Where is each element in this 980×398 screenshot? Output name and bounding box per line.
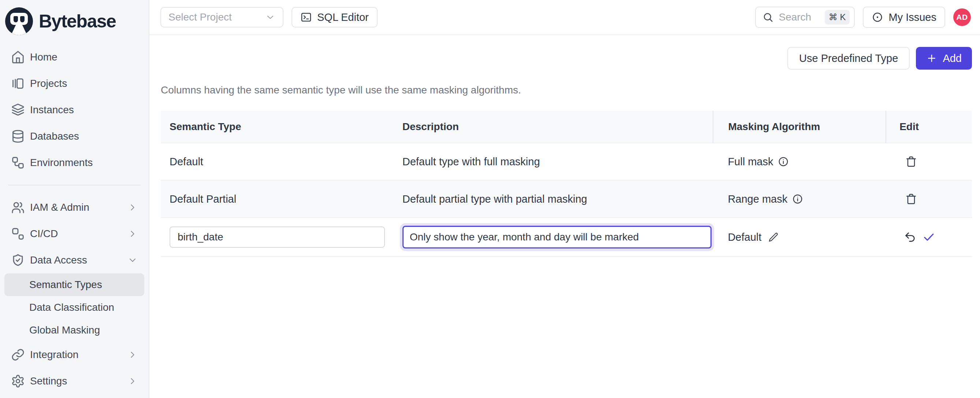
- sidebar-item-label: Data Classification: [29, 302, 114, 313]
- sidebar-item-global-masking[interactable]: Global Masking: [5, 319, 144, 342]
- check-icon[interactable]: [922, 230, 935, 244]
- chevron-right-icon: [127, 229, 138, 239]
- shield-check-icon: [11, 253, 25, 267]
- add-button[interactable]: Add: [916, 47, 972, 70]
- chevron-right-icon: [127, 376, 138, 386]
- sidebar-divider: [8, 185, 141, 185]
- sidebar-item-label: Data Access: [30, 254, 87, 266]
- undo-icon[interactable]: [904, 231, 916, 243]
- chevron-down-icon: [265, 12, 275, 22]
- brand-logo[interactable]: Bytebase: [0, 0, 149, 41]
- table-row: Default Default type with full masking F…: [161, 143, 972, 180]
- edit-cell: [886, 180, 972, 218]
- avatar-initials: AD: [956, 13, 967, 22]
- topbar: Select Project SQL Editor Search ⌘ K: [150, 0, 980, 35]
- sidebar-item-data-classification[interactable]: Data Classification: [5, 296, 144, 319]
- sidebar-item-label: Environments: [30, 157, 93, 169]
- table-row: Default Partial Default partial type wit…: [161, 180, 972, 218]
- sidebar-item-label: Projects: [30, 78, 67, 90]
- description-input[interactable]: [402, 226, 711, 248]
- sidebar-item-databases[interactable]: Databases: [5, 123, 144, 150]
- chevron-down-icon: [127, 255, 138, 265]
- sidebar-item-cicd[interactable]: CI/CD: [5, 221, 144, 247]
- sql-editor-button[interactable]: SQL Editor: [291, 7, 377, 27]
- brand-name: Bytebase: [39, 11, 116, 32]
- pencil-icon[interactable]: [768, 232, 779, 243]
- header-masking-algorithm: Masking Algorithm: [713, 111, 886, 143]
- sidebar-item-projects[interactable]: Projects: [5, 70, 144, 97]
- environments-icon: [11, 156, 25, 170]
- sidebar-item-home[interactable]: Home: [5, 44, 144, 70]
- sidebar-item-settings[interactable]: Settings: [5, 368, 144, 394]
- project-select[interactable]: Select Project: [161, 7, 283, 27]
- gear-icon: [11, 374, 25, 388]
- terminal-icon: [300, 11, 312, 23]
- trash-icon[interactable]: [905, 155, 917, 168]
- page-hint: Columns having the same semantic type wi…: [161, 84, 972, 96]
- description-cell: Default type with full masking: [394, 143, 713, 180]
- sidebar-item-environments[interactable]: Environments: [5, 150, 144, 176]
- header-semantic-type: Semantic Type: [161, 111, 394, 143]
- trash-icon[interactable]: [905, 193, 917, 205]
- sidebar-item-instances[interactable]: Instances: [5, 97, 144, 123]
- sidebar-item-label: Home: [30, 51, 57, 63]
- main-area: Select Project SQL Editor Search ⌘ K: [150, 0, 980, 398]
- sidebar-item-label: Global Masking: [29, 324, 100, 336]
- edit-cell: [886, 143, 972, 180]
- avatar[interactable]: AD: [953, 8, 971, 26]
- semantic-type-cell: Default: [161, 143, 394, 180]
- my-issues-label: My Issues: [888, 11, 936, 24]
- my-issues-button[interactable]: My Issues: [863, 6, 945, 28]
- database-icon: [11, 129, 25, 143]
- search-icon: [762, 12, 773, 23]
- circle-dot-icon: [872, 11, 883, 23]
- bytebase-logo-icon: [5, 7, 33, 35]
- sidebar-item-label: Databases: [30, 131, 79, 142]
- masking-algorithm-cell: Range mask: [713, 180, 886, 218]
- description-cell: Default partial type with partial maskin…: [394, 180, 713, 218]
- search-shortcut-badge: ⌘ K: [825, 10, 850, 24]
- sidebar-item-semantic-types[interactable]: Semantic Types: [5, 273, 144, 296]
- semantic-type-input[interactable]: [170, 227, 385, 248]
- sidebar: Bytebase Home Projects Instances: [0, 0, 150, 398]
- masking-algorithm-cell: Full mask: [713, 143, 886, 180]
- sidebar-item-label: Semantic Types: [29, 279, 102, 291]
- description-cell: [394, 218, 713, 257]
- link-icon: [11, 348, 25, 362]
- edit-cell: [886, 218, 972, 257]
- header-edit: Edit: [886, 111, 972, 143]
- users-icon: [11, 200, 25, 214]
- sql-editor-label: SQL Editor: [317, 11, 369, 24]
- table-row-editing: Default: [161, 218, 972, 257]
- workflow-icon: [11, 227, 25, 241]
- sidebar-item-iam-admin[interactable]: IAM & Admin: [5, 194, 144, 221]
- layers-icon: [11, 103, 25, 117]
- semantic-types-table: Semantic Type Description Masking Algori…: [161, 111, 972, 257]
- use-predefined-type-button[interactable]: Use Predefined Type: [788, 47, 910, 70]
- project-select-value: Select Project: [169, 11, 232, 23]
- semantic-type-cell: Default Partial: [161, 180, 394, 218]
- sidebar-item-label: Integration: [30, 349, 78, 361]
- home-icon: [11, 50, 25, 64]
- sidebar-nav: Home Projects Instances Databases: [0, 41, 149, 394]
- add-button-label: Add: [943, 53, 962, 64]
- chevron-right-icon: [127, 202, 138, 213]
- masking-algorithm-cell: Default: [713, 218, 886, 257]
- projects-icon: [11, 77, 25, 91]
- app-window: Bytebase Home Projects Instances: [0, 0, 980, 398]
- semantic-type-cell: [161, 218, 394, 257]
- sidebar-item-integration[interactable]: Integration: [5, 342, 144, 368]
- semantic-types-page: Use Predefined Type Add Columns having t…: [150, 35, 980, 257]
- header-description: Description: [394, 111, 713, 143]
- table-header-row: Semantic Type Description Masking Algori…: [161, 111, 972, 143]
- page-actions: Use Predefined Type Add: [161, 47, 972, 70]
- sidebar-item-data-access[interactable]: Data Access: [5, 247, 144, 273]
- search-input[interactable]: Search ⌘ K: [755, 6, 855, 28]
- sidebar-item-label: Instances: [30, 104, 74, 116]
- chevron-right-icon: [127, 350, 138, 360]
- sidebar-item-label: IAM & Admin: [30, 201, 89, 213]
- search-placeholder: Search: [779, 11, 819, 23]
- info-icon[interactable]: [778, 156, 789, 167]
- info-icon[interactable]: [792, 193, 803, 205]
- sidebar-item-label: Settings: [30, 375, 67, 387]
